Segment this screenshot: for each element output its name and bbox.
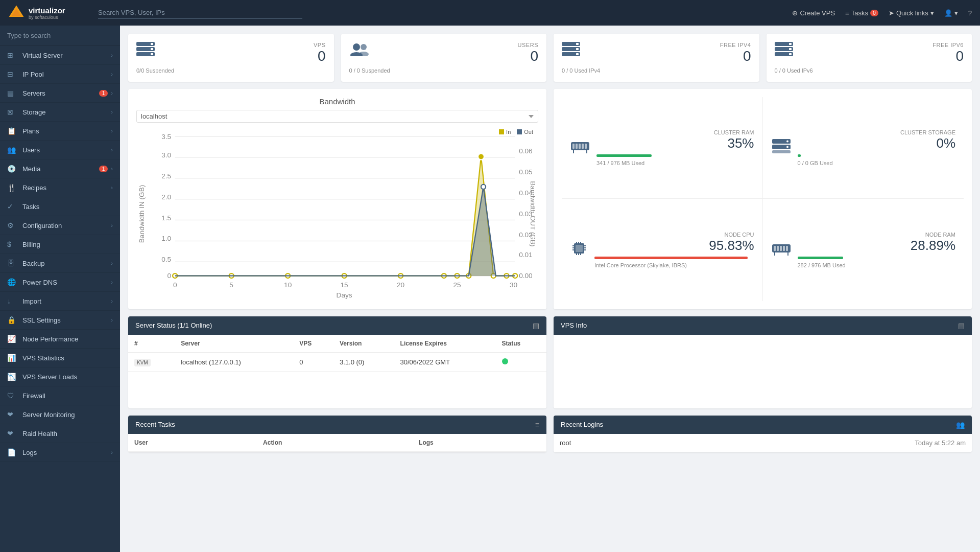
chart-legend: In Out [499, 129, 533, 135]
chevron-down-icon-2: ▾ [954, 9, 958, 17]
sidebar-item-backup[interactable]: 🗄 Backup › [0, 254, 120, 273]
sidebar-arrow-recipes: › [111, 185, 113, 191]
svg-rect-107 [787, 252, 788, 256]
cluster-ram-bar [596, 154, 652, 157]
users-icon [349, 42, 370, 59]
sidebar-label-power-dns: Power DNS [22, 279, 111, 286]
sidebar-item-virtual-server[interactable]: ⊞ Virtual Server › [0, 46, 120, 65]
node-cpu-label: Node CPU [594, 232, 754, 238]
svg-rect-6 [151, 48, 153, 50]
sidebar-item-ssl-settings[interactable]: 🔒 SSL Settings › [0, 311, 120, 330]
col-version: Version [333, 335, 394, 353]
svg-rect-97 [576, 254, 577, 255]
sidebar-item-storage[interactable]: ⊠ Storage › [0, 103, 120, 122]
sidebar-item-import[interactable]: ↓ Import › [0, 292, 120, 311]
sidebar-item-servers[interactable]: ▤ Servers 1› [0, 84, 120, 103]
sidebar-item-firewall[interactable]: 🛡 Firewall [0, 386, 120, 405]
sidebar-item-power-dns[interactable]: 🌐 Power DNS › [0, 273, 120, 292]
search-bar[interactable] [98, 7, 302, 19]
quick-links-button[interactable]: ➤ Quick links ▾ [889, 9, 934, 17]
table-row: KVM localhost (127.0.0.1) 0 3.1.0 (0) 30… [128, 353, 546, 372]
svg-rect-92 [584, 247, 586, 248]
svg-marker-58 [175, 156, 515, 275]
help-icon: ? [968, 9, 972, 17]
recent-col-action: Action [257, 434, 413, 452]
bandwidth-server-select[interactable]: localhost [136, 110, 538, 123]
sidebar-item-users[interactable]: 👥 Users › [0, 141, 120, 159]
search-input[interactable] [98, 7, 302, 19]
svg-rect-76 [579, 144, 581, 149]
sidebar-label-firewall: Firewall [22, 392, 113, 400]
sidebar-icon-tasks: ✓ [7, 202, 17, 211]
sidebar-label-node-performance: Node Performance [22, 335, 113, 343]
recent-tasks-icon: ≡ [535, 421, 539, 429]
svg-rect-89 [572, 247, 574, 248]
sidebar-item-server-monitoring[interactable]: ❤ Server Monitoring [0, 405, 120, 424]
ipv6-sub: 0 / 0 Used IPv6 [775, 67, 964, 74]
svg-rect-106 [774, 252, 775, 256]
user-menu-button[interactable]: 👤 ▾ [944, 9, 958, 17]
sidebar-label-ssl-settings: SSL Settings [22, 316, 111, 324]
server-status-title: Server Status (1/1 Online) [135, 321, 212, 329]
svg-rect-80 [586, 150, 587, 153]
sidebar-icon-backup: 🗄 [7, 259, 17, 267]
sidebar-item-raid-health[interactable]: ❤ Raid Health [0, 424, 120, 443]
svg-text:Days: Days [337, 291, 352, 299]
sidebar-item-media[interactable]: 💿 Media 1› [0, 159, 120, 178]
sidebar-item-vps-statistics[interactable]: 📊 VPS Statistics [0, 349, 120, 367]
create-vps-button[interactable]: ⊕ Create VPS [792, 9, 835, 17]
sidebar-item-billing[interactable]: $ Billing [0, 235, 120, 254]
sidebar-item-configuration[interactable]: ⚙ Configuration › [0, 216, 120, 235]
svg-rect-99 [580, 254, 581, 255]
ipv4-icon [562, 42, 580, 59]
sidebar-label-logs: Logs [22, 449, 111, 456]
help-button[interactable]: ? [968, 9, 972, 17]
svg-rect-105 [786, 246, 788, 251]
cluster-card: CLUSTER RAM 35% 341 / 976 MB Used CLUSTE… [554, 89, 972, 309]
sidebar-label-vps-server-loads: VPS Server Loads [22, 373, 113, 381]
middle-row: Bandwidth localhost In Out [128, 89, 972, 309]
col-status: Status [496, 335, 546, 353]
sidebar-icon-vps-statistics: 📊 [7, 354, 17, 362]
sidebar-label-ip-pool: IP Pool [22, 71, 111, 78]
stats-row: VPS 0 0/0 Suspended USERS 0 0 / [128, 34, 972, 82]
sidebar-label-import: Import [22, 297, 111, 305]
storage-icon [771, 138, 792, 158]
sidebar-arrow-storage: › [111, 109, 113, 115]
sidebar-arrow-configuration: › [111, 222, 113, 228]
sidebar-item-tasks[interactable]: ✓ Tasks [0, 197, 120, 216]
sidebar-icon-logs: 📄 [7, 448, 17, 456]
ipv6-icon [775, 42, 793, 59]
svg-rect-83 [772, 150, 791, 153]
sidebar-label-storage: Storage [22, 108, 111, 116]
node-cpu-bar [594, 257, 748, 259]
vps-icon [136, 42, 155, 59]
sidebar-icon-ssl-settings: 🔒 [7, 316, 17, 324]
sidebar-item-ip-pool[interactable]: ⊟ IP Pool › [0, 65, 120, 84]
tasks-button[interactable]: ≡ Tasks 0 [845, 9, 878, 17]
sidebar-icon-users: 👥 [7, 146, 17, 154]
vps-sub: 0/0 Suspended [136, 67, 326, 74]
cluster-ram-label: CLUSTER RAM [596, 129, 754, 135]
vps-info-icon: ▤ [958, 321, 965, 330]
svg-text:1.0: 1.0 [161, 235, 171, 242]
bandwidth-chart-svg: Bandwidth IN (GB) Bandwidth OUT (GB) [136, 129, 538, 299]
logo-sub: by softaculous [29, 15, 65, 20]
svg-rect-98 [578, 254, 579, 255]
arrow-icon: ➤ [889, 9, 894, 17]
svg-rect-104 [783, 246, 785, 251]
sidebar-item-vps-server-loads[interactable]: 📉 VPS Server Loads [0, 367, 120, 386]
sidebar-item-node-performance[interactable]: 📈 Node Performance [0, 330, 120, 349]
recent-tasks-title: Recent Tasks [135, 421, 175, 428]
sidebar-item-logs[interactable]: 📄 Logs › [0, 443, 120, 462]
sidebar-item-recipes[interactable]: 🍴 Recipes › [0, 178, 120, 197]
ipv6-stat-card: Free IPv6 0 0 / 0 Used IPv6 [767, 34, 972, 82]
svg-text:25: 25 [453, 281, 461, 289]
cluster-storage-label: CLUSTER STORAGE [798, 129, 956, 135]
status-dot [502, 358, 508, 364]
svg-point-67 [478, 153, 484, 159]
sidebar-item-plans[interactable]: 📋 Plans › [0, 122, 120, 141]
sidebar-label-configuration: Configuration [22, 222, 111, 229]
svg-text:3.0: 3.0 [161, 151, 171, 159]
sidebar-icon-raid-health: ❤ [7, 429, 17, 438]
